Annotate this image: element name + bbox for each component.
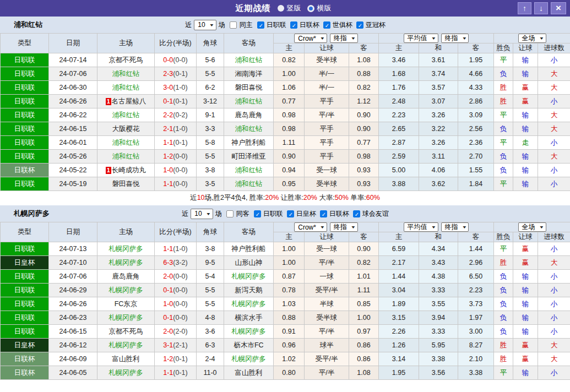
odds-home: 1.00	[274, 242, 305, 256]
odds-away: 0.93	[349, 164, 379, 177]
handicap-line: 半球	[305, 297, 349, 311]
bookmaker-select[interactable]: Crow*▼	[294, 34, 327, 43]
result-handicap: 走	[513, 136, 538, 150]
odds-home: 0.88	[274, 311, 305, 325]
away-team: 湘南海洋	[224, 67, 274, 81]
final-odds-select[interactable]: 终指▼	[330, 34, 358, 43]
avg-home: 2.23	[379, 108, 419, 122]
average-select[interactable]: 平均值▼	[404, 222, 438, 232]
league-type-badge: 日职联	[1, 67, 49, 81]
handicap-line: 半/一	[305, 81, 349, 95]
home-team-name: 京都不死鸟	[108, 56, 143, 64]
league-type-badge: 日职联	[1, 325, 49, 339]
move-down-button[interactable]: ↓	[534, 2, 548, 14]
close-button[interactable]: ×	[551, 2, 566, 14]
fulltime-select[interactable]: 全场▼	[518, 222, 546, 232]
page-title: 近期战绩	[236, 3, 271, 14]
result-wdl: 胜	[494, 256, 513, 270]
away-team-name: 新泻天鹅	[235, 286, 263, 294]
col-home: 主场	[97, 222, 155, 242]
result-handicap: 输	[513, 67, 538, 81]
odds-away: 0.82	[349, 81, 379, 95]
home-team: 1名古屋鲸八	[97, 95, 155, 108]
league-label-4: 球会友谊	[362, 209, 389, 219]
fulltime-score: 1-2	[163, 153, 173, 160]
result-handicap: 输	[513, 297, 538, 311]
matches-label: 场	[215, 209, 222, 219]
halftime-score: (0-0)	[173, 56, 187, 64]
matches-count-select[interactable]: 10▼	[194, 20, 216, 30]
average-final-select[interactable]: 终指▼	[441, 222, 469, 232]
bookmaker-select[interactable]: Crow*▼	[294, 222, 327, 232]
vertical-layout-radio[interactable]	[278, 5, 284, 12]
fulltime-score: 3-0	[163, 84, 173, 91]
home-team-name: 札幌冈萨多	[108, 259, 143, 266]
average-select[interactable]: 平均值▼	[404, 34, 438, 43]
handicap-line: 受半球	[305, 177, 349, 191]
league-type-badge: 日职联	[1, 122, 49, 136]
final-odds-select[interactable]: 终指▼	[330, 222, 358, 232]
away-team-name: 札幌冈萨多	[231, 355, 266, 363]
result-handicap: 输	[513, 108, 538, 122]
col-wdl: 胜负	[494, 43, 513, 53]
result-goals: 大	[538, 352, 570, 366]
league-checkbox-1[interactable]	[254, 210, 261, 217]
score-cell: 0-1(0-0)	[155, 284, 197, 297]
home-team-name: 浦和红钻	[112, 84, 140, 91]
score-cell: 1-1(0-0)	[155, 177, 197, 191]
home-team-name: 札幌冈萨多	[108, 341, 143, 349]
league-checkbox-3[interactable]	[320, 210, 327, 217]
result-goals: 大	[538, 108, 570, 122]
result-handicap: 赢	[513, 352, 538, 366]
result-goals: 小	[538, 366, 570, 380]
horizontal-layout-radio[interactable]	[307, 5, 314, 12]
result-wdl: 平	[494, 366, 513, 380]
avg-draw: 3.43	[419, 256, 458, 270]
league-checkbox-2[interactable]	[290, 21, 297, 29]
league-checkbox-4[interactable]	[353, 210, 360, 217]
fulltime-score: 0-1	[163, 286, 173, 294]
same-venue-checkbox[interactable]	[226, 210, 234, 217]
league-checkbox-4[interactable]	[356, 21, 363, 29]
score-cell: 1-2(0-1)	[155, 352, 197, 366]
col-type: 类型	[1, 34, 49, 53]
score-cell: 6-3(3-2)	[155, 256, 197, 270]
average-final-select[interactable]: 终指▼	[441, 34, 469, 43]
match-date: 24-06-23	[49, 311, 97, 325]
avg-draw: 3.94	[419, 311, 458, 325]
away-team: 札幌冈萨多	[224, 270, 274, 284]
away-team: 札幌冈萨多	[224, 325, 274, 339]
away-team-name: 浦和红钻	[235, 125, 263, 133]
final-odds-value: 终指	[334, 222, 347, 232]
col-handicap: 让球	[305, 43, 349, 53]
odds-away: 1.01	[349, 270, 379, 284]
recent-label: 近	[185, 20, 192, 30]
match-date: 24-06-29	[49, 284, 97, 297]
matches-count-select[interactable]: 10▼	[191, 209, 213, 219]
avg-home: 3.46	[379, 53, 419, 67]
home-team-name: FC东京	[115, 300, 138, 308]
result-wdl: 负	[494, 311, 513, 325]
odds-home: 0.87	[274, 270, 305, 284]
col-corner: 角球	[197, 34, 224, 53]
move-up-button[interactable]: ↑	[518, 2, 531, 14]
halftime-score: (0-0)	[173, 180, 187, 188]
fulltime-select[interactable]: 全场▼	[518, 34, 546, 43]
handicap-line: 受半球	[305, 53, 349, 67]
league-label-2: 日联杯	[300, 20, 319, 30]
matches-count-value: 10	[198, 21, 205, 29]
odds-away: 1.11	[349, 284, 379, 297]
summary-text: 场,胜2平4负4, 胜率:	[205, 194, 265, 202]
away-team: 横滨水手	[224, 311, 274, 325]
same-venue-checkbox[interactable]	[230, 21, 237, 29]
home-team-name: 京都不死鸟	[108, 328, 143, 335]
league-checkbox-1[interactable]	[257, 21, 264, 29]
result-handicap: 输	[513, 311, 538, 325]
result-wdl: 胜	[494, 95, 513, 108]
league-checkbox-2[interactable]	[287, 210, 294, 217]
fulltime-score: 2-0	[163, 328, 173, 335]
col-away: 客场	[224, 222, 274, 242]
score-cell: 0-0(0-0)	[155, 53, 197, 67]
league-checkbox-3[interactable]	[323, 21, 330, 29]
result-handicap: 赢	[513, 242, 538, 256]
